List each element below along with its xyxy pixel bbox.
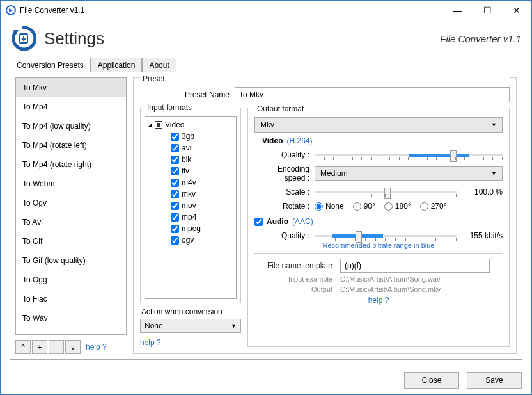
preset-item[interactable]: To Mp3 xyxy=(16,328,126,335)
preset-item[interactable]: To Avi xyxy=(16,213,126,232)
preset-item[interactable]: To Webm xyxy=(16,174,126,193)
preset-delete-button[interactable]: - xyxy=(49,340,64,354)
preset-item[interactable]: To Flac xyxy=(16,289,126,309)
input-help-link[interactable]: help ? xyxy=(140,338,241,347)
format-checkbox[interactable] xyxy=(171,179,179,187)
audio-enable-checkbox[interactable] xyxy=(254,218,263,226)
video-quality-slider[interactable] xyxy=(315,148,503,162)
rotate-option-none[interactable]: None xyxy=(315,202,344,211)
chevron-down-icon: ▼ xyxy=(231,323,237,329)
tree-item[interactable]: 3gp xyxy=(148,131,232,142)
scale-value: 100.0 % xyxy=(462,188,503,197)
tree-item[interactable]: mp4 xyxy=(148,211,232,223)
tab-conversion-presets[interactable]: Conversion Presets xyxy=(10,58,91,72)
preset-item[interactable]: To Gif xyxy=(16,232,126,251)
tree-item[interactable]: bik xyxy=(148,154,232,165)
maximize-button[interactable]: ☐ xyxy=(473,1,502,20)
preset-item[interactable]: To Mp4 (rotate right) xyxy=(16,155,126,174)
category-checkbox-icon[interactable] xyxy=(155,121,162,129)
tree-item[interactable]: ogv xyxy=(148,234,232,246)
format-checkbox[interactable] xyxy=(171,225,179,233)
preset-help-link[interactable]: help ? xyxy=(86,343,107,351)
output-example-label: Output xyxy=(254,286,332,293)
save-button[interactable]: Save xyxy=(467,372,522,389)
format-label: ogv xyxy=(182,236,194,245)
format-label: m4v xyxy=(182,178,196,187)
format-label: flv xyxy=(182,166,189,175)
tree-item[interactable]: mpeg xyxy=(148,223,232,234)
tree-category-label: Video xyxy=(165,120,184,129)
preset-item[interactable]: To Ogg xyxy=(16,270,126,289)
preset-name-input[interactable] xyxy=(235,87,510,102)
input-formats-tree[interactable]: ◢ Video 3gpavibikflvm4vmkvmovmp4mpegogv xyxy=(145,117,236,248)
format-checkbox[interactable] xyxy=(171,156,179,164)
output-format-select[interactable]: Mkv ▼ xyxy=(254,117,503,133)
window-title: File Converter v1.1 xyxy=(20,6,443,15)
preset-name-label: Preset Name xyxy=(140,90,230,99)
audio-quality-label: Quality : xyxy=(254,231,309,240)
preset-item[interactable]: To Mp4 (rotate left) xyxy=(16,136,126,155)
tree-item[interactable]: mov xyxy=(148,200,232,211)
format-label: avi xyxy=(182,143,191,152)
tree-item[interactable]: flv xyxy=(148,165,232,177)
rotate-option-180[interactable]: 180° xyxy=(384,202,411,211)
version-label: File Converter v1.1 xyxy=(440,33,521,44)
encoding-speed-value: Medium xyxy=(320,169,348,178)
format-checkbox[interactable] xyxy=(171,167,179,175)
encoding-speed-label: Encoding speed : xyxy=(254,165,309,182)
tab-about[interactable]: About xyxy=(142,58,176,72)
format-checkbox[interactable] xyxy=(171,144,179,152)
video-quality-label: Quality : xyxy=(254,150,309,159)
audio-codec-label: (AAC) xyxy=(292,217,313,226)
rotate-options: None 90° 180° 270° xyxy=(315,202,447,211)
encoding-speed-select[interactable]: Medium ▼ xyxy=(315,166,503,181)
tree-item[interactable]: avi xyxy=(148,142,232,154)
rotate-label: Rotate : xyxy=(254,202,309,211)
preset-item[interactable]: To Mp4 (low quality) xyxy=(16,117,126,136)
preset-list[interactable]: To MkvTo Mp4To Mp4 (low quality)To Mp4 (… xyxy=(15,77,127,335)
close-window-button[interactable]: ✕ xyxy=(502,1,531,20)
output-example-value: C:\Music\Artist\Album\Song.mkv xyxy=(340,286,441,293)
format-checkbox[interactable] xyxy=(171,190,179,198)
preset-item[interactable]: To Gif (low quality) xyxy=(16,251,126,270)
footer: Close Save xyxy=(404,372,522,389)
preset-item[interactable]: To Ogv xyxy=(16,193,126,213)
audio-quality-slider[interactable] xyxy=(315,229,457,243)
preset-item[interactable]: To Mkv xyxy=(16,78,126,97)
format-label: mov xyxy=(182,201,196,210)
minimize-button[interactable]: — xyxy=(443,1,473,20)
format-checkbox[interactable] xyxy=(171,236,179,245)
rotate-option-90[interactable]: 90° xyxy=(353,202,375,211)
close-button[interactable]: Close xyxy=(404,372,459,389)
preset-move-down-button[interactable]: v xyxy=(65,340,81,354)
audio-section-label: Audio xyxy=(267,217,288,226)
format-label: 3gp xyxy=(182,132,194,141)
tree-category-video[interactable]: ◢ Video xyxy=(148,119,232,131)
chevron-down-icon: ▼ xyxy=(491,122,497,128)
preset-sidebar: To MkvTo Mp4To Mp4 (low quality)To Mp4 (… xyxy=(15,77,127,354)
format-checkbox[interactable] xyxy=(171,202,179,210)
format-checkbox[interactable] xyxy=(171,213,179,222)
file-template-input[interactable] xyxy=(340,259,490,273)
format-checkbox[interactable] xyxy=(171,133,179,141)
action-value: None xyxy=(145,321,163,330)
action-when-conversion-label: Action when conversion xyxy=(141,307,241,316)
titlebar: File Converter v1.1 — ☐ ✕ xyxy=(1,1,531,20)
tree-item[interactable]: m4v xyxy=(148,177,232,188)
collapse-icon[interactable]: ◢ xyxy=(148,122,152,128)
tree-item[interactable]: mkv xyxy=(148,188,232,200)
tab-application[interactable]: Application xyxy=(91,58,143,72)
preset-item[interactable]: To Wav xyxy=(16,309,126,328)
preset-item[interactable]: To Mp4 xyxy=(16,97,126,117)
scale-label: Scale : xyxy=(254,188,309,197)
preset-add-button[interactable]: + xyxy=(32,340,47,354)
output-help-link[interactable]: help ? xyxy=(368,296,389,305)
main-panel: To MkvTo Mp4To Mp4 (low quality)To Mp4 (… xyxy=(10,72,522,360)
app-icon xyxy=(6,5,16,15)
output-format-legend: Output format xyxy=(254,104,503,113)
format-label: mkv xyxy=(182,189,196,198)
rotate-option-270[interactable]: 270° xyxy=(420,202,447,211)
action-when-conversion-select[interactable]: None ▼ xyxy=(140,319,241,333)
scale-slider[interactable] xyxy=(315,185,457,199)
preset-move-up-button[interactable]: ^ xyxy=(15,340,31,354)
